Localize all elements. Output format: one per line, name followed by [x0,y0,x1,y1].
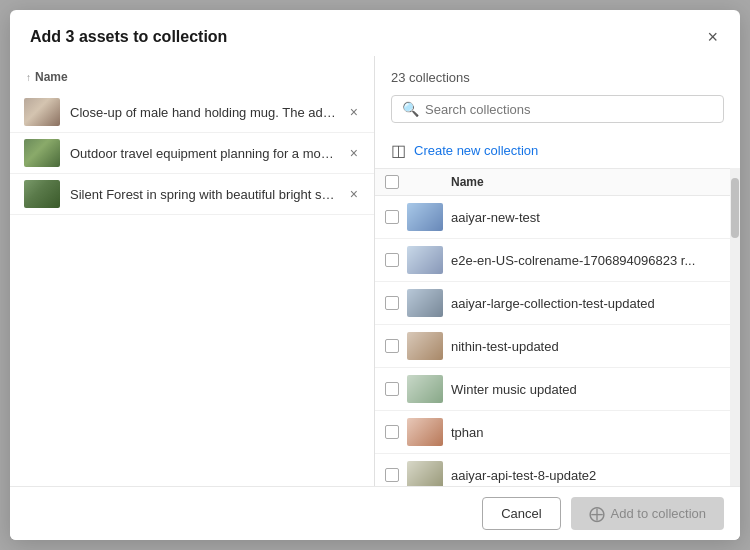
table-header: Name [375,168,730,196]
collection-checkbox[interactable] [385,253,399,267]
close-button[interactable]: × [705,28,720,46]
left-panel: ↑ Name Close-up of male hand holding mug… [10,56,375,486]
asset-thumbnail [24,180,60,208]
add-to-collection-label: Add to collection [611,506,706,521]
collection-row[interactable]: aaiyar-new-test [375,196,730,239]
sort-icon: ↑ [26,72,31,83]
right-panel: 23 collections 🔍 ◫ Create new collection [375,56,740,486]
asset-name: Outdoor travel equipment planning for a … [70,146,338,161]
collection-row[interactable]: Winter music updated [375,368,730,411]
modal-body: ↑ Name Close-up of male hand holding mug… [10,56,740,486]
table-header-name: Name [451,175,714,189]
asset-name: Close-up of male hand holding mug. The a… [70,105,338,120]
collection-thumbnail [407,375,443,403]
collections-header: 23 collections [375,66,740,95]
asset-item: Close-up of male hand holding mug. The a… [10,92,374,133]
collection-name: nithin-test-updated [451,339,714,354]
search-icon: 🔍 [402,101,419,117]
collections-list: aaiyar-new-test e2e-en-US-colrename-1706… [375,196,730,486]
collection-thumbnail [407,332,443,360]
create-collection-button[interactable]: ◫ Create new collection [375,133,740,168]
scrollbar-thumb [731,178,739,238]
collection-name: Winter music updated [451,382,714,397]
assets-col-header: ↑ Name [10,66,374,92]
search-input[interactable] [425,102,713,117]
asset-thumbnail [24,139,60,167]
collection-thumbnail [407,289,443,317]
remove-asset-button[interactable]: × [348,145,360,161]
header-checkbox-area [385,175,407,189]
collection-name: tphan [451,425,714,440]
collection-checkbox[interactable] [385,296,399,310]
collection-row[interactable]: nithin-test-updated [375,325,730,368]
collections-table: Name aaiyar-new-test e2e-en-US-colrename… [375,168,730,486]
collection-checkbox[interactable] [385,339,399,353]
modal-header: Add 3 assets to collection × [10,10,740,56]
asset-list: Close-up of male hand holding mug. The a… [10,92,374,476]
collection-name: aaiyar-large-collection-test-updated [451,296,714,311]
collection-checkbox[interactable] [385,468,399,482]
create-collection-label: Create new collection [414,143,538,158]
right-panel-inner: Name aaiyar-new-test e2e-en-US-colrename… [375,168,740,486]
collection-checkbox[interactable] [385,210,399,224]
collection-thumbnail [407,418,443,446]
asset-item: Outdoor travel equipment planning for a … [10,133,374,174]
asset-thumbnail [24,98,60,126]
modal: Add 3 assets to collection × ↑ Name Clos… [10,10,740,540]
collection-checkbox[interactable] [385,382,399,396]
asset-name: Silent Forest in spring with beautiful b… [70,187,338,202]
collection-name: aaiyar-api-test-8-update2 [451,468,714,483]
cancel-button[interactable]: Cancel [482,497,560,530]
add-to-collection-icon: ⨁ [589,504,605,523]
collection-row[interactable]: tphan [375,411,730,454]
collection-thumbnail [407,246,443,274]
remove-asset-button[interactable]: × [348,104,360,120]
search-bar: 🔍 [391,95,724,123]
right-scrollbar[interactable] [730,168,740,486]
add-to-collection-button[interactable]: ⨁ Add to collection [571,497,724,530]
modal-overlay: Add 3 assets to collection × ↑ Name Clos… [0,0,750,550]
create-collection-icon: ◫ [391,141,406,160]
collection-row[interactable]: aaiyar-large-collection-test-updated [375,282,730,325]
collection-thumbnail [407,203,443,231]
col-name-label: Name [35,70,68,84]
collection-thumbnail [407,461,443,486]
collection-row[interactable]: aaiyar-api-test-8-update2 [375,454,730,486]
select-all-checkbox[interactable] [385,175,399,189]
collection-name: aaiyar-new-test [451,210,714,225]
collection-name: e2e-en-US-colrename-1706894096823 r... [451,253,714,268]
modal-title: Add 3 assets to collection [30,28,227,46]
collection-checkbox[interactable] [385,425,399,439]
collection-row[interactable]: e2e-en-US-colrename-1706894096823 r... [375,239,730,282]
asset-item: Silent Forest in spring with beautiful b… [10,174,374,215]
remove-asset-button[interactable]: × [348,186,360,202]
modal-footer: Cancel ⨁ Add to collection [10,486,740,540]
